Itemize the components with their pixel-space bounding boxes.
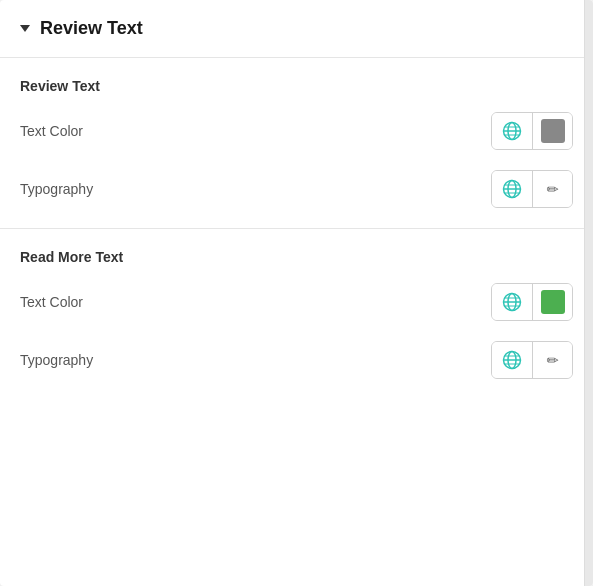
label-review-text-typography: Typography (20, 181, 93, 197)
pencil-icon-review-text-typography: ✎ (543, 179, 563, 199)
section-read-more-text: Read More TextText Color Typography ✎ (0, 228, 593, 399)
label-read-more-text-typography: Typography (20, 352, 93, 368)
globe-button-review-text-color[interactable] (492, 113, 532, 149)
color-swatch-button-review-text-color[interactable] (532, 113, 572, 149)
row-read-more-text-color: Text Color (20, 283, 573, 321)
globe-button-read-more-text-color[interactable] (492, 284, 532, 320)
control-group-review-text-color (491, 112, 573, 150)
row-review-text-color: Text Color (20, 112, 573, 150)
globe-button-review-text-typography[interactable] (492, 171, 532, 207)
panel: Review Text Review TextText Color Typogr… (0, 0, 593, 586)
section-title-read-more-text: Read More Text (20, 249, 573, 265)
chevron-down-icon[interactable] (20, 25, 30, 32)
control-group-review-text-typography: ✎ (491, 170, 573, 208)
color-swatch-review-text-color (541, 119, 565, 143)
typography-button-read-more-text-typography[interactable]: ✎ (532, 342, 572, 378)
control-group-read-more-text-color (491, 283, 573, 321)
color-swatch-button-read-more-text-color[interactable] (532, 284, 572, 320)
color-swatch-read-more-text-color (541, 290, 565, 314)
globe-icon (502, 350, 522, 370)
section-title-review-text: Review Text (20, 78, 573, 94)
header-title: Review Text (40, 18, 143, 39)
section-review-text: Review TextText Color Typography ✎ (0, 58, 593, 228)
label-read-more-text-color: Text Color (20, 294, 83, 310)
globe-icon (502, 179, 522, 199)
control-group-read-more-text-typography: ✎ (491, 341, 573, 379)
globe-button-read-more-text-typography[interactable] (492, 342, 532, 378)
globe-icon (502, 121, 522, 141)
label-review-text-color: Text Color (20, 123, 83, 139)
pencil-icon-read-more-text-typography: ✎ (543, 350, 563, 370)
globe-icon (502, 292, 522, 312)
typography-button-review-text-typography[interactable]: ✎ (532, 171, 572, 207)
row-review-text-typography: Typography ✎ (20, 170, 573, 208)
row-read-more-text-typography: Typography ✎ (20, 341, 573, 379)
header: Review Text (0, 0, 593, 58)
